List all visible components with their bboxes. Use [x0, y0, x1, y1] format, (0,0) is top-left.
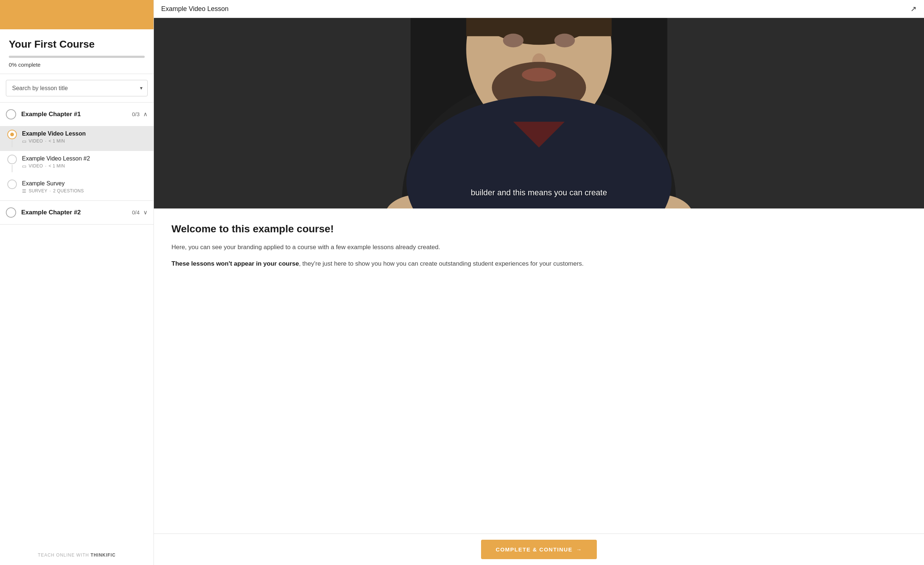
lesson-3-duration: 2 QUESTIONS	[53, 188, 84, 193]
lesson-body-text-1: Here, you can see your branding applied …	[171, 242, 906, 252]
sidebar: Your First Course 0% complete Search by …	[0, 0, 154, 565]
chapter-1-count: 0/3	[132, 111, 140, 117]
lesson-item[interactable]: Example Video Lesson #2 ▭ VIDEO · < 1 MI…	[0, 151, 153, 176]
lesson-3-separator: ·	[50, 188, 51, 193]
main-header: Example Video Lesson ↗	[154, 0, 924, 18]
lesson-item[interactable]: Example Video Lesson ▭ VIDEO · < 1 MIN	[0, 126, 153, 151]
chapter-1-title: Example Chapter #1	[21, 111, 132, 118]
lesson-2-circle	[8, 154, 17, 164]
chapter-1-chevron-icon: ∧	[143, 111, 148, 118]
search-container[interactable]: Search by lesson title ▾	[0, 74, 153, 103]
chapter-1-section: Example Chapter #1 0/3 ∧ Example Video L…	[0, 103, 153, 201]
lesson-1-separator: ·	[45, 138, 46, 144]
lesson-body: Welcome to this example course! Here, yo…	[154, 208, 924, 304]
lesson-3-dot-wrapper	[8, 180, 17, 189]
svg-rect-6	[466, 18, 612, 36]
lesson-2-separator: ·	[45, 163, 46, 169]
survey-icon: ☰	[22, 188, 26, 194]
lesson-1-duration: < 1 MIN	[49, 138, 65, 144]
search-select-wrapper[interactable]: Search by lesson title ▾	[6, 80, 148, 96]
svg-point-7	[503, 34, 524, 47]
lesson-1-info: Example Video Lesson ▭ VIDEO · < 1 MIN	[22, 130, 148, 144]
lesson-3-meta: ☰ SURVEY · 2 QUESTIONS	[22, 188, 148, 194]
expand-icon[interactable]: ↗	[910, 4, 916, 13]
lesson-body-text-2-bold: These lessons won't appear in your cours…	[171, 260, 299, 267]
lesson-3-info: Example Survey ☰ SURVEY · 2 QUESTIONS	[22, 180, 148, 194]
complete-btn-container: COMPLETE & CONTINUE →	[154, 534, 924, 565]
main-content: Example Video Lesson ↗	[154, 0, 924, 565]
lesson-2-connector	[12, 165, 12, 172]
lesson-1-circle	[8, 130, 17, 139]
lesson-2-meta: ▭ VIDEO · < 1 MIN	[22, 163, 148, 169]
chapter-2-header[interactable]: Example Chapter #2 0/4 ∨	[0, 201, 153, 224]
video-person-svg: THINK	[154, 18, 924, 208]
lesson-2-info: Example Video Lesson #2 ▭ VIDEO · < 1 MI…	[22, 154, 148, 169]
video-thumbnail: THINK builder and this means you can cre…	[154, 18, 924, 208]
lesson-2-dot-wrapper	[8, 154, 17, 172]
lesson-3-type: SURVEY	[28, 188, 47, 193]
search-input[interactable]: Search by lesson title	[6, 80, 148, 96]
chapter-1-lessons: Example Video Lesson ▭ VIDEO · < 1 MIN E	[0, 126, 153, 201]
lesson-header-title: Example Video Lesson	[161, 5, 229, 13]
lesson-2-title: Example Video Lesson #2	[22, 155, 148, 162]
lesson-body-title: Welcome to this example course!	[171, 223, 906, 235]
complete-button-label: COMPLETE & CONTINUE	[496, 546, 572, 553]
lesson-2-duration: < 1 MIN	[49, 163, 65, 169]
svg-point-11	[522, 68, 556, 81]
chapter-2-circle	[6, 207, 16, 218]
lesson-3-circle	[8, 180, 17, 189]
video-container[interactable]: THINK builder and this means you can cre…	[154, 18, 924, 208]
arrow-right-icon: →	[576, 546, 582, 553]
lesson-1-title: Example Video Lesson	[22, 130, 148, 137]
lesson-1-meta: ▭ VIDEO · < 1 MIN	[22, 138, 148, 144]
course-title: Your First Course	[9, 38, 145, 51]
lesson-1-connector	[12, 140, 12, 147]
chapter-2-section: Example Chapter #2 0/4 ∨	[0, 201, 153, 225]
course-info: Your First Course 0% complete	[0, 29, 153, 74]
chapter-2-count: 0/4	[132, 209, 140, 216]
chapter-2-title: Example Chapter #2	[21, 209, 132, 216]
footer-brand: THINKIFIC	[90, 553, 116, 558]
video-icon: ▭	[22, 138, 26, 144]
progress-bar-container	[9, 56, 145, 58]
video-icon-2: ▭	[22, 163, 26, 169]
video-subtitle: builder and this means you can create	[471, 188, 607, 198]
lesson-item[interactable]: Example Survey ☰ SURVEY · 2 QUESTIONS	[0, 176, 153, 198]
lesson-1-dot-wrapper	[8, 130, 17, 147]
chapter-1-circle	[6, 109, 16, 120]
lesson-body-text-2: These lessons won't appear in your cours…	[171, 259, 906, 268]
chapter-2-chevron-icon: ∨	[143, 209, 148, 216]
lesson-2-type: VIDEO	[28, 163, 43, 169]
svg-point-8	[554, 34, 575, 47]
sidebar-footer: TEACH ONLINE WITH THINKIFIC	[0, 545, 153, 565]
lesson-body-text-2-rest: , they're just here to show you how you …	[299, 260, 584, 267]
progress-label: 0% complete	[9, 61, 145, 68]
footer-text: TEACH ONLINE WITH	[38, 553, 89, 558]
lesson-3-title: Example Survey	[22, 180, 148, 187]
chapter-1-header[interactable]: Example Chapter #1 0/3 ∧	[0, 103, 153, 126]
complete-continue-button[interactable]: COMPLETE & CONTINUE →	[481, 540, 597, 559]
lesson-1-type: VIDEO	[28, 138, 43, 144]
sidebar-banner	[0, 0, 153, 29]
